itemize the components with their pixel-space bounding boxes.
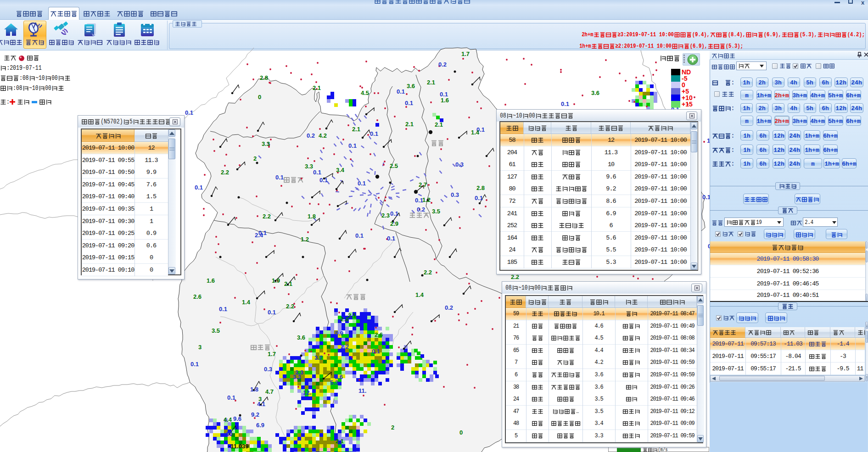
svg-text:6h+m: 6h+m: [846, 92, 861, 99]
svg-text:2h: 2h: [759, 79, 766, 86]
svg-text:1h+m: 1h+m: [757, 92, 772, 99]
svg-text:(N5702): (N5702): [101, 118, 123, 125]
svg-text:08: 08: [500, 112, 506, 119]
svg-text:(6.9),: (6.9),: [763, 31, 781, 38]
svg-text:5: 5: [129, 118, 132, 125]
svg-text:12h: 12h: [773, 132, 784, 139]
svg-text:…: …: [576, 407, 579, 414]
svg-text:2.2: 2.2: [263, 213, 271, 220]
svg-text:12h: 12h: [836, 105, 847, 112]
svg-text:0.1: 0.1: [185, 109, 193, 116]
svg-text:0.1: 0.1: [561, 100, 569, 107]
svg-text:6h: 6h: [759, 146, 767, 153]
svg-text:1h+m: 1h+m: [824, 160, 839, 167]
svg-text:3h: 3h: [775, 105, 782, 112]
svg-text:24h: 24h: [789, 146, 800, 153]
svg-text:6h: 6h: [822, 105, 829, 112]
svg-text:0.2: 0.2: [417, 206, 425, 213]
svg-text:0.1: 0.1: [358, 180, 366, 187]
svg-text::: :: [731, 160, 734, 167]
svg-text:1h: 1h: [743, 105, 750, 112]
svg-text:2.1: 2.1: [427, 79, 435, 86]
svg-text:5h+m: 5h+m: [829, 117, 843, 124]
svg-text:3.6: 3.6: [407, 83, 415, 89]
svg-text:6h: 6h: [759, 160, 767, 167]
svg-text:3.3: 3.3: [262, 140, 270, 147]
svg-text:6h+m: 6h+m: [823, 132, 838, 139]
svg-text:m: m: [745, 92, 749, 99]
svg-text:1h+m: 1h+m: [805, 132, 819, 139]
svg-text:2.1: 2.1: [435, 121, 443, 128]
svg-text:(5.3),: (5.3),: [799, 31, 817, 38]
svg-text:(4.2);: (4.2);: [847, 31, 864, 38]
svg-text:4h: 4h: [790, 79, 798, 86]
svg-text:0.3: 0.3: [451, 191, 459, 198]
svg-text::: :: [731, 79, 734, 86]
svg-text:3.5: 3.5: [212, 327, 220, 334]
svg-text:(6.9),: (6.9),: [690, 43, 707, 50]
svg-text:4h+m: 4h+m: [811, 92, 825, 99]
svg-text:0.1: 0.1: [195, 184, 203, 191]
svg-text:0.1: 0.1: [397, 88, 405, 95]
svg-text:1.8: 1.8: [250, 386, 258, 393]
svg-text:2.6: 2.6: [375, 331, 383, 338]
svg-text:4.1: 4.1: [257, 401, 265, 407]
svg-text:0.2: 0.2: [438, 61, 447, 68]
svg-text:1.7: 1.7: [461, 50, 470, 57]
svg-text:6h: 6h: [759, 132, 767, 139]
svg-text:1h: 1h: [743, 132, 750, 139]
svg-text:2.3: 2.3: [381, 212, 390, 219]
svg-text:4h: 4h: [790, 105, 798, 112]
svg-text:3h+m: 3h+m: [793, 92, 807, 99]
svg-text:0.1: 0.1: [313, 169, 321, 176]
svg-text:00: 00: [51, 74, 57, 82]
svg-text:m: m: [811, 160, 815, 167]
svg-text:0.1: 0.1: [348, 142, 357, 149]
svg-text:24h: 24h: [789, 160, 800, 167]
svg-text:24h: 24h: [789, 132, 800, 139]
svg-text:12h: 12h: [773, 160, 784, 167]
svg-text:0.1: 0.1: [475, 195, 483, 201]
svg-text:2.2: 2.2: [511, 273, 519, 280]
svg-text:3.4: 3.4: [336, 167, 345, 173]
svg-text:6h+m: 6h+m: [842, 160, 857, 167]
svg-text:0.3: 0.3: [455, 161, 464, 168]
svg-text:3.3: 3.3: [305, 163, 313, 170]
svg-text:m: m: [745, 117, 749, 124]
svg-text::08: :08: [13, 84, 22, 92]
svg-text:3.6: 3.6: [297, 334, 305, 341]
svg-text:6h: 6h: [822, 79, 829, 86]
svg-text:3h+m: 3h+m: [793, 117, 807, 124]
svg-text:2.2: 2.2: [341, 343, 349, 350]
svg-text:1h+m: 1h+m: [757, 117, 772, 124]
svg-text:0.1: 0.1: [370, 130, 378, 137]
svg-text:4.2: 4.2: [319, 132, 327, 139]
svg-text:4.7: 4.7: [265, 388, 274, 395]
svg-text:12.: 12.: [303, 389, 311, 396]
svg-text:2.6: 2.6: [193, 293, 202, 300]
svg-text:2: 2: [253, 155, 257, 162]
svg-text:2.4: 2.4: [805, 219, 813, 226]
svg-text:0.1: 0.1: [415, 197, 423, 204]
svg-text:3.5: 3.5: [432, 208, 440, 215]
svg-text:1.6: 1.6: [207, 277, 215, 284]
svg-text:2.1: 2.1: [284, 280, 292, 287]
svg-text:1h+m: 1h+m: [579, 43, 591, 50]
svg-text:00: 00: [529, 112, 535, 119]
svg-text:11.: 11.: [358, 387, 366, 394]
svg-text:~10: ~10: [29, 84, 38, 92]
svg-text:1.7: 1.7: [268, 351, 276, 357]
svg-text:2.1: 2.1: [405, 121, 414, 128]
svg-text:2.7: 2.7: [419, 181, 427, 188]
svg-text:24h: 24h: [851, 105, 862, 112]
svg-text:2.1: 2.1: [352, 126, 360, 133]
svg-text:(m/s: (m/s: [658, 447, 667, 452]
svg-text:2.1: 2.1: [348, 312, 356, 319]
svg-text:6.9: 6.9: [256, 422, 264, 429]
svg-text:1h: 1h: [743, 79, 750, 86]
svg-text:≥3:2019-07-11 10:00: ≥3:2019-07-11 10:00: [617, 31, 674, 38]
svg-text:≥2:2019-07-11 10:00: ≥2:2019-07-11 10:00: [615, 43, 672, 50]
svg-text:1.4: 1.4: [415, 291, 424, 298]
svg-text:5.3: 5.3: [330, 379, 338, 386]
svg-text:0.1: 0.1: [319, 177, 328, 184]
